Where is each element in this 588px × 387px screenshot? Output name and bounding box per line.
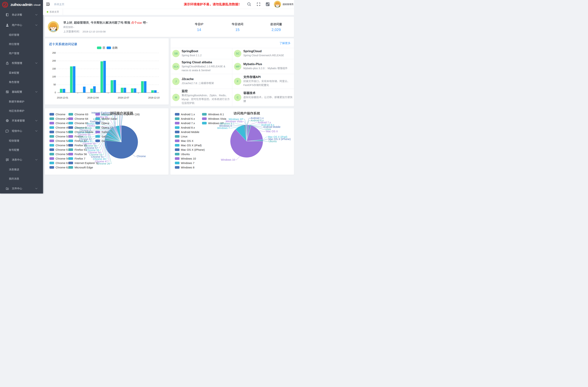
svg-text:Firefox 56: Firefox 56 — [75, 153, 87, 156]
svg-text:Mac OS X: Mac OS X — [181, 139, 193, 143]
svg-text:SB: SB — [174, 52, 178, 55]
svg-text:Chrome 63: Chrome 63 — [75, 113, 88, 116]
svg-text:C: C — [237, 96, 239, 99]
svg-text:~: ~ — [73, 26, 74, 28]
svg-text:Z: Z — [4, 3, 6, 7]
svg-text:Chrome 26: Chrome 26 — [56, 117, 69, 120]
svg-text:2,029: 2,029 — [272, 28, 281, 32]
svg-text:Chrome 61: Chrome 61 — [56, 162, 69, 164]
svg-text:Mac OS X (iPad): Mac OS X (iPad) — [181, 144, 202, 147]
svg-text:200: 200 — [52, 60, 56, 62]
svg-text:Chrome 54: Chrome 54 — [56, 139, 69, 143]
svg-text:Android Mobile: Android Mobile — [181, 130, 199, 134]
svg-text:Android 7.x: Android 7.x — [181, 122, 195, 125]
svg-text:Chrome: Chrome — [137, 155, 146, 158]
svg-text:SpringCloud: SpringCloud — [243, 49, 262, 53]
svg-text:nacos & seata & Sentinel: nacos & seata & Sentinel — [182, 69, 210, 72]
svg-text:Windows 8.1: Windows 8.1 — [208, 113, 224, 116]
svg-text:Chrome 26: Chrome 26 — [97, 162, 110, 165]
svg-text:Windows 7: Windows 7 — [181, 162, 194, 164]
svg-text:Android 6.x: Android 6.x — [181, 117, 195, 120]
svg-text:Chrome 64: Chrome 64 — [75, 117, 88, 120]
svg-text:2019-12-01: 2019-12-01 — [57, 97, 68, 99]
svg-text:Chrome 51: Chrome 51 — [56, 130, 69, 134]
svg-text:Mybatis-plus 3.2.0: Mybatis-plus 3.2.0 — [243, 67, 264, 70]
svg-text:2019-12-04: 2019-12-04 — [87, 97, 99, 99]
svg-text:100: 100 — [52, 75, 56, 78]
svg-text:0: 0 — [55, 91, 56, 94]
svg-text:J2cache: J2cache — [182, 77, 194, 81]
svg-text:J2cache2.7.8:: J2cache2.7.8: — [182, 82, 198, 85]
svg-text:Redis: Redis — [219, 94, 226, 97]
svg-text:Chrome 53: Chrome 53 — [56, 135, 69, 138]
svg-text:14: 14 — [197, 28, 201, 32]
svg-text:Microsoft Edge: Microsoft Edge — [75, 166, 93, 169]
svg-text:Mybatis-Plus: Mybatis-Plus — [243, 62, 262, 66]
svg-text:2019-12-07: 2019-12-07 — [118, 97, 129, 99]
svg-text:Windows 10: Windows 10 — [221, 158, 235, 161]
svg-text:Chrome 65: Chrome 65 — [75, 122, 88, 125]
svg-text:2019-12-10: 2019-12-10 — [148, 97, 160, 99]
svg-text:FastDFS: FastDFS — [243, 83, 253, 86]
svg-text:Windows 8: Windows 8 — [181, 166, 194, 169]
svg-text:Chrome: Chrome — [56, 113, 65, 116]
svg-text:Android 8.x: Android 8.x — [181, 126, 195, 129]
svg-text:cloud: cloud — [34, 3, 41, 6]
svg-text:MP: MP — [236, 65, 240, 68]
svg-text:Chrome 55: Chrome 55 — [56, 144, 69, 147]
svg-text:Chrome 57: Chrome 57 — [56, 148, 69, 151]
svg-text:Ubuntu: Ubuntu — [181, 153, 190, 156]
svg-text:Chrome 47: Chrome 47 — [56, 122, 69, 125]
svg-text:Windows XP: Windows XP — [229, 118, 243, 121]
svg-text:M: M — [175, 96, 177, 99]
svg-text:,: , — [72, 21, 74, 24]
svg-text:Firefox 7: Firefox 7 — [75, 157, 85, 160]
svg-text:150: 150 — [52, 67, 56, 70]
svg-text:Windows 10: Windows 10 — [181, 157, 196, 160]
svg-text:IP: IP — [200, 23, 203, 26]
svg-text:Chrome 59: Chrome 59 — [56, 157, 69, 160]
svg-text:Spring Boot 2.1.2: Spring Boot 2.1.2 — [182, 54, 202, 57]
svg-text:Windows Vista: Windows Vista — [208, 117, 227, 120]
svg-text:250: 250 — [52, 52, 56, 54]
svg-text:Linux: Linux — [181, 135, 188, 138]
svg-text:50: 50 — [53, 83, 56, 86]
svg-text:Spring Cloud Greenwich.RELEASE: Spring Cloud Greenwich.RELEASE — [243, 54, 284, 57]
svg-text:,: , — [89, 21, 90, 24]
svg-text:SpringBootAdmin: SpringBootAdmin — [187, 94, 207, 97]
svg-text:Zipkin: Zipkin — [210, 94, 216, 97]
svg-text:Android 1.x: Android 1.x — [181, 113, 195, 116]
svg-text:SCA: SCA — [173, 65, 178, 68]
svg-text:API: API — [256, 75, 261, 79]
svg-text:F: F — [237, 80, 238, 83]
svg-text:2019-12-10 10:03:08: 2019-12-10 10:03:08 — [83, 30, 105, 33]
svg-text:SpringCloudAlibaba2.1.0.RELEAS: SpringCloudAlibaba2.1.0.RELEASE & — [182, 65, 225, 68]
svg-text:Mysql: Mysql — [182, 98, 189, 101]
svg-text:15: 15 — [235, 28, 239, 32]
svg-text:A: A — [266, 3, 268, 6]
svg-text:SC: SC — [236, 52, 240, 55]
svg-text:zuihou-admin: zuihou-admin — [11, 2, 32, 7]
svg-text:Mac OS X: Mac OS X — [266, 130, 278, 133]
svg-text:Opera: Opera — [101, 122, 109, 125]
svg-text:Spring Cloud alibaba: Spring Cloud alibaba — [182, 61, 212, 64]
svg-text:Chrome 58: Chrome 58 — [56, 153, 69, 156]
svg-text:J: J — [175, 80, 177, 83]
svg-text:Mac OS X (iPhone): Mac OS X (iPhone) — [181, 148, 205, 151]
svg-text:Chrome 49: Chrome 49 — [56, 126, 69, 129]
svg-text:Ubuntu: Ubuntu — [268, 140, 277, 143]
svg-text:SpringBoot: SpringBoot — [182, 49, 198, 53]
svg-text:star: star — [137, 21, 142, 24]
svg-text:~: ~ — [146, 21, 147, 24]
svg-text:Chrome 62: Chrome 62 — [56, 166, 69, 169]
svg-text:Mybatis: Mybatis — [267, 67, 277, 70]
